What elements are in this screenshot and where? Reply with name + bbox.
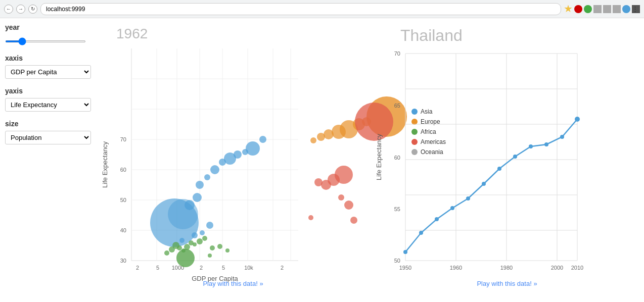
browser-bar: ← → ↻ ⋮ <box>0 0 644 18</box>
bubble-asia-2[interactable] <box>204 174 210 180</box>
dot-1977[interactable] <box>482 182 486 186</box>
bubble-americas-7[interactable] <box>344 200 353 210</box>
xaxis-label: xaxis <box>5 54 96 62</box>
bubble-americas-8[interactable] <box>308 215 313 220</box>
bubble-africa-12[interactable] <box>208 254 212 258</box>
dot-1967[interactable] <box>450 206 454 210</box>
bubble-africa-14[interactable] <box>225 248 229 253</box>
line-play-link[interactable]: Play with this data! » <box>477 280 537 287</box>
bubble-asia-10[interactable] <box>192 232 198 238</box>
svg-text:70: 70 <box>394 51 400 57</box>
year-slider-container <box>5 34 96 46</box>
bubble-europe-8[interactable] <box>310 137 316 143</box>
svg-text:50: 50 <box>120 197 126 203</box>
xaxis-select[interactable]: GDP per Capita Population Life Expectanc… <box>5 65 91 79</box>
bubble-americas-9[interactable] <box>338 194 344 200</box>
dot-2002[interactable] <box>560 135 564 139</box>
size-control: size Population GDP per Capita Life Expe… <box>5 120 96 144</box>
bubble-africa-9[interactable] <box>197 238 203 244</box>
bubble-americas-6[interactable] <box>350 217 357 224</box>
bubble-asia-12[interactable] <box>206 222 213 229</box>
y-axis-label: Life Expectancy <box>101 141 109 188</box>
yaxis-control: yaxis Life Expectancy GDP per Capita Pop… <box>5 87 96 112</box>
star-icon <box>564 5 572 13</box>
line-svg: Thailand 50 55 60 <box>375 23 587 286</box>
browser-ext-icon-6 <box>622 5 630 13</box>
dot-1957[interactable] <box>419 231 423 235</box>
line-country-title: Thailand <box>400 26 463 44</box>
bubble-asia-8[interactable] <box>246 141 260 156</box>
bubble-americas-4[interactable] <box>321 180 331 190</box>
svg-text:65: 65 <box>394 103 400 109</box>
dot-1992[interactable] <box>529 144 533 148</box>
year-label: year <box>5 23 96 31</box>
dot-2007[interactable] <box>575 117 580 122</box>
browser-ext-icon-2 <box>584 5 592 13</box>
svg-text:60: 60 <box>394 155 400 161</box>
bubble-africa-13[interactable] <box>217 244 222 249</box>
yaxis-label: yaxis <box>5 87 96 95</box>
bubble-japan[interactable] <box>259 136 266 143</box>
bubble-africa-4[interactable] <box>177 245 182 250</box>
bubble-asia-14[interactable] <box>193 193 202 202</box>
back-button[interactable]: ← <box>4 5 13 14</box>
scatter-play-link[interactable]: Play with this data! » <box>203 280 263 287</box>
year-control: year <box>5 23 96 46</box>
svg-text:10k: 10k <box>244 265 253 271</box>
charts-area: 1962 30 <box>101 23 639 287</box>
bubble-asia-9[interactable] <box>185 200 195 210</box>
bubble-europe-7[interactable] <box>317 133 325 141</box>
svg-text:2010: 2010 <box>571 265 583 271</box>
bubble-asia-1[interactable] <box>196 181 204 189</box>
line-chart: Thailand 50 55 60 <box>375 23 639 287</box>
bubble-americas-5[interactable] <box>314 178 323 186</box>
yaxis-select[interactable]: Life Expectancy GDP per Capita Populatio… <box>5 98 91 112</box>
svg-text:40: 40 <box>120 227 126 233</box>
bubble-asia-3[interactable] <box>210 165 219 174</box>
browser-ext-icon-1 <box>574 5 582 13</box>
dot-1962[interactable] <box>435 217 439 221</box>
svg-text:30: 30 <box>120 258 126 264</box>
browser-ext-icon-5 <box>613 5 621 13</box>
browser-ext-icon-3 <box>593 5 602 13</box>
forward-button[interactable]: → <box>16 5 25 14</box>
controls-panel: year xaxis GDP per Capita Population Lif… <box>5 23 96 287</box>
bubble-africa-8[interactable] <box>193 242 197 246</box>
url-bar[interactable] <box>40 3 561 15</box>
refresh-button[interactable]: ↻ <box>28 5 37 14</box>
scatter-svg: 1962 30 <box>101 23 313 286</box>
svg-text:1960: 1960 <box>450 265 462 271</box>
svg-text:2: 2 <box>281 265 284 271</box>
bubble-africa-10[interactable] <box>202 236 207 241</box>
svg-text:50: 50 <box>394 258 400 264</box>
bubble-asia-11[interactable] <box>200 230 205 235</box>
dot-1982[interactable] <box>497 167 501 171</box>
xaxis-control: xaxis GDP per Capita Population Life Exp… <box>5 54 96 79</box>
dot-1997[interactable] <box>544 142 548 146</box>
svg-text:60: 60 <box>120 167 126 173</box>
bubble-asia-6[interactable] <box>234 150 242 159</box>
bubble-africa-1[interactable] <box>164 250 169 256</box>
bubble-asia-13[interactable] <box>179 238 185 243</box>
svg-text:1980: 1980 <box>500 265 513 271</box>
bubble-europe-5[interactable] <box>332 125 346 139</box>
size-label: size <box>5 120 96 128</box>
bubble-europe-6[interactable] <box>324 129 334 139</box>
bubble-africa-11[interactable] <box>210 245 215 250</box>
svg-text:5: 5 <box>156 265 159 271</box>
svg-text:55: 55 <box>394 206 400 212</box>
dot-1987[interactable] <box>513 155 517 159</box>
dot-1952[interactable] <box>403 250 407 254</box>
app-body: year xaxis GDP per Capita Population Lif… <box>0 18 644 292</box>
browser-menu-icon[interactable]: ⋮ <box>632 5 640 13</box>
svg-text:5: 5 <box>222 265 225 271</box>
bubble-africa-large[interactable] <box>176 249 195 267</box>
scatter-chart: 1962 30 <box>101 23 365 287</box>
svg-text:2000: 2000 <box>551 265 563 271</box>
svg-text:1950: 1950 <box>399 265 411 271</box>
browser-toolbar-icons: ⋮ <box>564 5 640 13</box>
dot-1972[interactable] <box>466 196 470 200</box>
size-select[interactable]: Population GDP per Capita Life Expectanc… <box>5 131 91 144</box>
svg-text:2: 2 <box>200 265 203 271</box>
year-slider[interactable] <box>5 40 86 42</box>
